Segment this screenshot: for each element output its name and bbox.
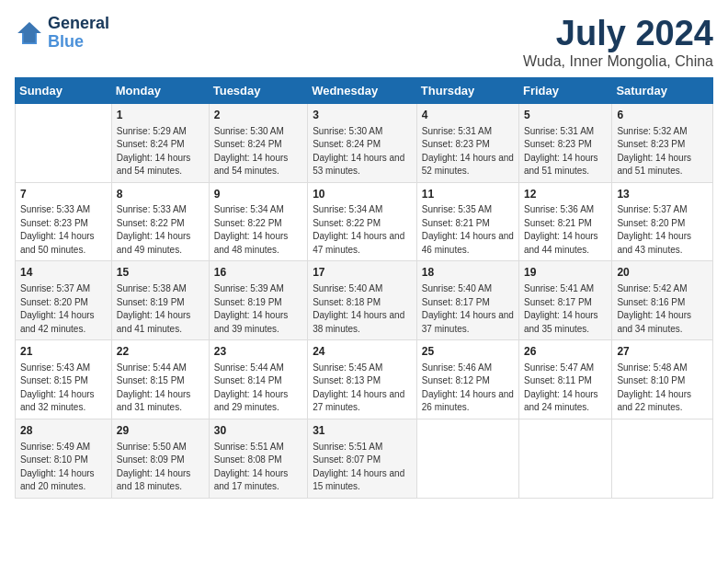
day-number: 7: [20, 187, 107, 202]
day-number: 6: [617, 108, 708, 123]
cell-info: Sunrise: 5:49 AMSunset: 8:10 PMDaylight:…: [20, 441, 107, 494]
day-number: 14: [20, 265, 107, 281]
week-row-1: 1Sunrise: 5:29 AMSunset: 8:24 PMDaylight…: [16, 103, 713, 182]
cell-info: Sunrise: 5:34 AMSunset: 8:22 PMDaylight:…: [214, 203, 302, 257]
day-number: 16: [214, 265, 302, 281]
day-cell: 13Sunrise: 5:37 AMSunset: 8:20 PMDayligh…: [612, 182, 713, 261]
day-header-thursday: Thursday: [416, 77, 518, 103]
day-number: 8: [117, 187, 204, 202]
day-cell: 21Sunrise: 5:43 AMSunset: 8:15 PMDayligh…: [16, 340, 112, 419]
day-cell: 4Sunrise: 5:31 AMSunset: 8:23 PMDaylight…: [416, 103, 518, 182]
cell-info: Sunrise: 5:43 AMSunset: 8:15 PMDaylight:…: [20, 362, 107, 415]
day-cell: 3Sunrise: 5:30 AMSunset: 8:24 PMDaylight…: [308, 103, 417, 182]
day-cell: 19Sunrise: 5:41 AMSunset: 8:17 PMDayligh…: [518, 261, 611, 340]
title-block: July 2024 Wuda, Inner Mongolia, China: [523, 15, 713, 70]
day-cell: 15Sunrise: 5:38 AMSunset: 8:19 PMDayligh…: [111, 261, 209, 340]
cell-info: Sunrise: 5:45 AMSunset: 8:13 PMDaylight:…: [313, 362, 412, 415]
cell-info: Sunrise: 5:41 AMSunset: 8:17 PMDaylight:…: [524, 282, 607, 336]
day-number: 30: [214, 423, 302, 439]
week-row-2: 7Sunrise: 5:33 AMSunset: 8:23 PMDaylight…: [16, 182, 713, 261]
cell-info: Sunrise: 5:33 AMSunset: 8:23 PMDaylight:…: [20, 203, 107, 257]
day-cell: 23Sunrise: 5:44 AMSunset: 8:14 PMDayligh…: [209, 340, 307, 419]
day-cell: 7Sunrise: 5:33 AMSunset: 8:23 PMDaylight…: [16, 182, 112, 261]
subtitle: Wuda, Inner Mongolia, China: [523, 53, 713, 70]
main-title: July 2024: [523, 15, 713, 53]
cell-info: Sunrise: 5:30 AMSunset: 8:24 PMDaylight:…: [214, 125, 302, 178]
day-cell: 17Sunrise: 5:40 AMSunset: 8:18 PMDayligh…: [308, 261, 417, 340]
day-cell: 31Sunrise: 5:51 AMSunset: 8:07 PMDayligh…: [308, 419, 417, 498]
day-number: 5: [524, 108, 607, 123]
cell-info: Sunrise: 5:37 AMSunset: 8:20 PMDaylight:…: [617, 203, 708, 257]
day-number: 25: [422, 344, 514, 360]
cell-info: Sunrise: 5:46 AMSunset: 8:12 PMDaylight:…: [422, 362, 514, 415]
day-header-saturday: Saturday: [612, 77, 713, 103]
day-number: 15: [117, 265, 204, 281]
calendar-table: SundayMondayTuesdayWednesdayThursdayFrid…: [15, 77, 713, 499]
day-header-tuesday: Tuesday: [209, 77, 307, 103]
day-number: 22: [117, 344, 204, 360]
page-header: GeneralBlue July 2024 Wuda, Inner Mongol…: [15, 15, 713, 70]
day-cell: 10Sunrise: 5:34 AMSunset: 8:22 PMDayligh…: [308, 182, 417, 261]
day-cell: 6Sunrise: 5:32 AMSunset: 8:23 PMDaylight…: [612, 103, 713, 182]
day-number: 3: [313, 108, 412, 123]
logo-icon: [15, 18, 44, 48]
cell-info: Sunrise: 5:51 AMSunset: 8:08 PMDaylight:…: [214, 441, 302, 494]
day-cell: 22Sunrise: 5:44 AMSunset: 8:15 PMDayligh…: [111, 340, 209, 419]
day-number: 13: [617, 187, 708, 202]
day-cell: 14Sunrise: 5:37 AMSunset: 8:20 PMDayligh…: [16, 261, 112, 340]
logo-text: GeneralBlue: [48, 15, 109, 52]
cell-info: Sunrise: 5:42 AMSunset: 8:16 PMDaylight:…: [617, 282, 708, 336]
day-number: 11: [422, 187, 514, 202]
week-row-5: 28Sunrise: 5:49 AMSunset: 8:10 PMDayligh…: [16, 419, 713, 498]
days-header-row: SundayMondayTuesdayWednesdayThursdayFrid…: [16, 77, 713, 103]
cell-info: Sunrise: 5:35 AMSunset: 8:21 PMDaylight:…: [422, 203, 514, 257]
day-number: 2: [214, 108, 302, 123]
day-number: 29: [117, 423, 204, 439]
day-number: 4: [422, 108, 514, 123]
cell-info: Sunrise: 5:29 AMSunset: 8:24 PMDaylight:…: [117, 125, 204, 178]
day-cell: 24Sunrise: 5:45 AMSunset: 8:13 PMDayligh…: [308, 340, 417, 419]
day-cell: [416, 419, 518, 498]
day-number: 21: [20, 344, 107, 360]
cell-info: Sunrise: 5:38 AMSunset: 8:19 PMDaylight:…: [117, 282, 204, 336]
day-number: 1: [117, 108, 204, 123]
cell-info: Sunrise: 5:39 AMSunset: 8:19 PMDaylight:…: [214, 282, 302, 336]
cell-info: Sunrise: 5:32 AMSunset: 8:23 PMDaylight:…: [617, 125, 708, 178]
week-row-3: 14Sunrise: 5:37 AMSunset: 8:20 PMDayligh…: [16, 261, 713, 340]
cell-info: Sunrise: 5:50 AMSunset: 8:09 PMDaylight:…: [117, 441, 204, 494]
cell-info: Sunrise: 5:31 AMSunset: 8:23 PMDaylight:…: [524, 125, 607, 178]
cell-info: Sunrise: 5:48 AMSunset: 8:10 PMDaylight:…: [617, 362, 708, 415]
cell-info: Sunrise: 5:51 AMSunset: 8:07 PMDaylight:…: [313, 441, 412, 494]
cell-info: Sunrise: 5:37 AMSunset: 8:20 PMDaylight:…: [20, 282, 107, 336]
day-cell: 1Sunrise: 5:29 AMSunset: 8:24 PMDaylight…: [111, 103, 209, 182]
day-number: 23: [214, 344, 302, 360]
day-cell: 27Sunrise: 5:48 AMSunset: 8:10 PMDayligh…: [612, 340, 713, 419]
day-cell: 28Sunrise: 5:49 AMSunset: 8:10 PMDayligh…: [16, 419, 112, 498]
day-cell: [612, 419, 713, 498]
week-row-4: 21Sunrise: 5:43 AMSunset: 8:15 PMDayligh…: [16, 340, 713, 419]
svg-marker-1: [17, 22, 41, 42]
day-header-monday: Monday: [111, 77, 209, 103]
day-cell: 20Sunrise: 5:42 AMSunset: 8:16 PMDayligh…: [612, 261, 713, 340]
cell-info: Sunrise: 5:36 AMSunset: 8:21 PMDaylight:…: [524, 203, 607, 257]
cell-info: Sunrise: 5:34 AMSunset: 8:22 PMDaylight:…: [313, 203, 412, 257]
day-cell: 9Sunrise: 5:34 AMSunset: 8:22 PMDaylight…: [209, 182, 307, 261]
day-number: 20: [617, 265, 708, 281]
day-cell: 2Sunrise: 5:30 AMSunset: 8:24 PMDaylight…: [209, 103, 307, 182]
day-cell: [518, 419, 611, 498]
day-number: 18: [422, 265, 514, 281]
day-cell: 16Sunrise: 5:39 AMSunset: 8:19 PMDayligh…: [209, 261, 307, 340]
day-cell: 12Sunrise: 5:36 AMSunset: 8:21 PMDayligh…: [518, 182, 611, 261]
day-number: 19: [524, 265, 607, 281]
day-number: 17: [313, 265, 412, 281]
day-cell: 18Sunrise: 5:40 AMSunset: 8:17 PMDayligh…: [416, 261, 518, 340]
cell-info: Sunrise: 5:44 AMSunset: 8:15 PMDaylight:…: [117, 362, 204, 415]
day-number: 10: [313, 187, 412, 202]
cell-info: Sunrise: 5:44 AMSunset: 8:14 PMDaylight:…: [214, 362, 302, 415]
day-number: 26: [524, 344, 607, 360]
day-header-wednesday: Wednesday: [308, 77, 417, 103]
day-cell: 25Sunrise: 5:46 AMSunset: 8:12 PMDayligh…: [416, 340, 518, 419]
day-header-friday: Friday: [518, 77, 611, 103]
day-number: 28: [20, 423, 107, 439]
day-number: 9: [214, 187, 302, 202]
